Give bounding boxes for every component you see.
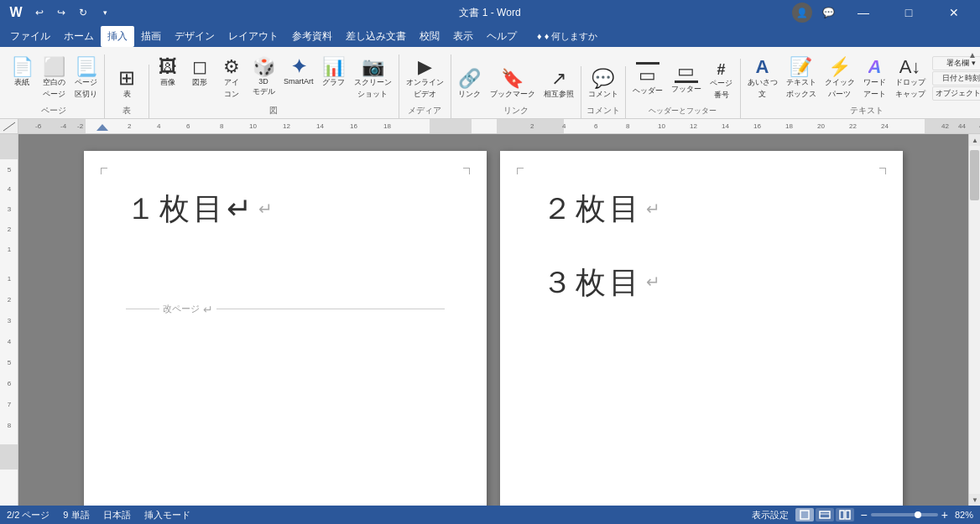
comments-icon[interactable]: 💬 (819, 3, 837, 22)
ribbon-btn-greeting[interactable]: A あいさつ 文 (744, 56, 781, 101)
ribbon-group-table: ⊞ 表 表 (105, 65, 149, 118)
menu-home[interactable]: ホーム (57, 26, 101, 47)
menu-review[interactable]: 校閲 (413, 26, 446, 47)
ribbon-btn-dropcap[interactable]: A↓ ドロップ キャップ (892, 56, 929, 101)
footer-icon: ▭ (675, 62, 698, 83)
scroll-track[interactable] (969, 146, 980, 494)
ribbon-btn-cover[interactable]: 📄 表紙 (7, 56, 37, 90)
display-settings[interactable]: 表示設定 (752, 509, 789, 521)
page-1-line-1: １枚目↵ ↵ (126, 184, 445, 233)
page-break-label: ページ (75, 77, 97, 88)
ribbon-btn-online-video[interactable]: ▶ オンライン ビデオ (403, 56, 447, 101)
language[interactable]: 日本語 (103, 509, 131, 521)
zoom-level[interactable]: 82% (955, 510, 973, 520)
menu-draw[interactable]: 描画 (134, 26, 168, 47)
wordart-icon: A (868, 58, 882, 76)
menu-file[interactable]: ファイル (3, 26, 57, 47)
menu-layout[interactable]: レイアウト (222, 26, 285, 47)
svg-rect-50 (800, 511, 809, 519)
footer-label: フッター (671, 84, 701, 95)
zoom-track[interactable] (871, 513, 938, 516)
ruler-area: -6 -4 -2 2 4 6 8 10 12 14 16 18 2 4 6 8 … (0, 119, 980, 134)
svg-text:20: 20 (817, 122, 825, 130)
menu-search[interactable]: ♦ ♦ 何しますか (530, 27, 604, 46)
ribbon-btn-3d[interactable]: 🎲 3D モデル (248, 56, 279, 99)
maximize-button[interactable]: □ (889, 0, 928, 25)
ribbon-btn-wordart[interactable]: A ワード アート (860, 56, 890, 101)
svg-text:2: 2 (8, 296, 12, 304)
page-break-label2: 区切り (75, 89, 97, 100)
page-1[interactable]: １枚目↵ ↵ 改ページ ↵ (84, 151, 487, 506)
ribbon-btn-page-number[interactable]: # ページ 番号 (706, 60, 737, 102)
ribbon-btn-link[interactable]: 🔗 リンク (455, 68, 485, 101)
scrollbar-vertical[interactable]: ▲ ▼ (968, 134, 980, 506)
svg-text:2: 2 (128, 122, 132, 130)
menu-design[interactable]: デザイン (168, 26, 222, 47)
redo-button[interactable]: ↪ (52, 3, 70, 22)
menu-insert[interactable]: 挿入 (101, 26, 134, 47)
ribbon-btn-shape[interactable]: ◻ 図形 (185, 56, 215, 90)
group-page-label: ページ (7, 103, 101, 118)
titlebar-left: W ↩ ↪ ↻ ▾ (7, 3, 114, 22)
ribbon-btn-header[interactable]: ▭ ヘッダー (629, 60, 666, 98)
ribbon-btn-textbox[interactable]: 📝 テキスト ボックス (783, 56, 820, 101)
svg-text:2: 2 (8, 226, 12, 233)
refresh-button[interactable]: ↻ (74, 3, 92, 22)
ruler-corner[interactable] (0, 119, 18, 134)
scroll-up-button[interactable]: ▲ (969, 134, 980, 146)
corner-mark-tl-p1 (101, 168, 107, 174)
comment-label: コメント (588, 89, 618, 100)
blank-page-label2: ページ (43, 89, 65, 100)
menu-references[interactable]: 参考資料 (285, 26, 339, 47)
ribbon-collapse-button[interactable]: ▲ (968, 50, 977, 115)
ribbon-btn-table[interactable]: ⊞ 表 (108, 66, 145, 101)
ribbon-btn-smartart[interactable]: ✦ SmartArt (280, 56, 317, 87)
ribbon-btn-comment[interactable]: 💬 コメント (585, 68, 622, 101)
ribbon-btn-screenshot[interactable]: 📷 スクリーン ショット (351, 56, 395, 101)
group-comments-label: コメント (585, 103, 622, 118)
svg-rect-3 (430, 119, 472, 134)
word-count[interactable]: 9 単語 (63, 509, 89, 521)
ribbon-btn-cross-ref[interactable]: ↗ 相互参照 (540, 68, 577, 101)
page-1-content[interactable]: １枚目↵ ↵ 改ページ ↵ (126, 184, 445, 319)
menu-help[interactable]: ヘルプ (480, 26, 524, 47)
view-print-layout[interactable] (795, 508, 814, 521)
customize-qa-button[interactable]: ▾ (96, 3, 114, 22)
image-label: 画像 (160, 77, 175, 88)
page-break-text: 改ページ (163, 302, 200, 317)
document-canvas[interactable]: １枚目↵ ↵ 改ページ ↵ ２枚目 ↵ ３枚目 (18, 134, 968, 506)
ribbon-btn-footer[interactable]: ▭ フッター (668, 60, 705, 96)
menu-mailings[interactable]: 差し込み文書 (339, 26, 413, 47)
page-2-line-2: ３枚目 ↵ (542, 258, 861, 307)
minimize-button[interactable]: — (844, 0, 883, 25)
ribbon-btn-icon[interactable]: ⚙ アイ コン (216, 56, 247, 101)
blank-page-icon: ⬜ (43, 58, 65, 76)
svg-text:12: 12 (283, 122, 290, 130)
view-web[interactable] (816, 508, 834, 521)
svg-text:44: 44 (958, 122, 966, 130)
ribbon-btn-chart[interactable]: 📊 グラフ (319, 56, 349, 90)
web-layout-icon (819, 510, 831, 520)
menu-view[interactable]: 表示 (446, 26, 480, 47)
return-mark-3: ↵ (646, 268, 660, 295)
ribbon-btn-image[interactable]: 🖼 画像 (153, 56, 183, 90)
undo-button[interactable]: ↩ (30, 3, 49, 22)
view-read[interactable] (836, 508, 854, 521)
ribbon-btn-quick-parts[interactable]: ⚡ クイック パーツ (821, 56, 858, 101)
input-mode[interactable]: 挿入モード (144, 509, 190, 521)
corner-mark-tr-p1 (463, 168, 470, 174)
zoom-thumb[interactable] (915, 511, 921, 518)
ribbon-btn-blank-page[interactable]: ⬜ 空白の ページ (39, 56, 69, 101)
ribbon-group-page: 📄 表紙 ⬜ 空白の ページ 📃 ページ 区切り ページ (3, 54, 105, 118)
page-info[interactable]: 2/2 ページ (7, 509, 50, 521)
close-button[interactable]: ✕ (935, 0, 973, 25)
zoom-in-button[interactable]: + (941, 508, 948, 521)
zoom-out-button[interactable]: − (861, 508, 868, 521)
user-avatar[interactable]: 👤 (792, 3, 812, 23)
ribbon-btn-bookmark[interactable]: 🔖 ブックマーク (487, 68, 539, 101)
scroll-thumb[interactable] (970, 150, 979, 200)
scroll-down-button[interactable]: ▼ (969, 494, 980, 506)
page-2[interactable]: ２枚目 ↵ ３枚目 ↵ (500, 151, 903, 506)
page-2-content[interactable]: ２枚目 ↵ ３枚目 ↵ (542, 184, 861, 306)
ribbon-btn-page-break[interactable]: 📃 ページ 区切り (70, 56, 101, 101)
